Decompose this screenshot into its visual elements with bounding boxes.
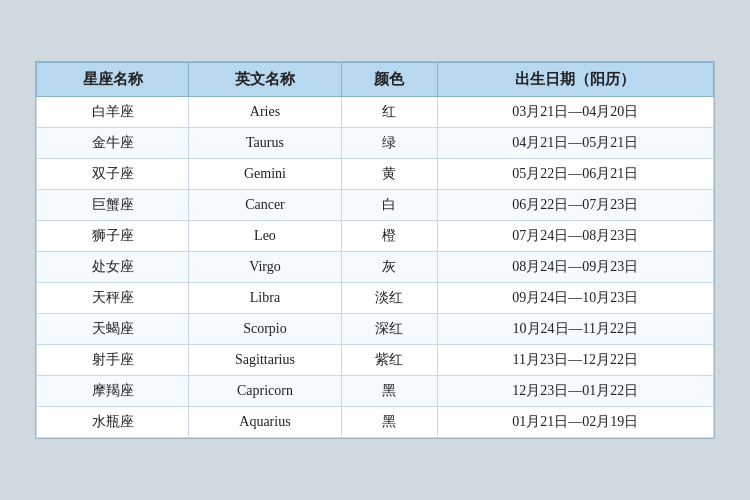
- table-cell: 灰: [341, 252, 437, 283]
- table-cell: 淡红: [341, 283, 437, 314]
- table-cell: 天蝎座: [37, 314, 189, 345]
- table-cell: 白: [341, 190, 437, 221]
- table-cell: Scorpio: [189, 314, 341, 345]
- table-cell: Gemini: [189, 159, 341, 190]
- table-cell: 金牛座: [37, 128, 189, 159]
- table-cell: 红: [341, 97, 437, 128]
- table-cell: 紫红: [341, 345, 437, 376]
- col-header-birthday: 出生日期（阳历）: [437, 63, 713, 97]
- table-cell: 01月21日—02月19日: [437, 407, 713, 438]
- table-cell: 巨蟹座: [37, 190, 189, 221]
- table-cell: Virgo: [189, 252, 341, 283]
- col-header-color: 颜色: [341, 63, 437, 97]
- zodiac-table-container: 星座名称 英文名称 颜色 出生日期（阳历） 白羊座Aries红03月21日—04…: [35, 61, 715, 439]
- table-cell: Aries: [189, 97, 341, 128]
- table-cell: 黑: [341, 407, 437, 438]
- table-cell: Cancer: [189, 190, 341, 221]
- table-row: 狮子座Leo橙07月24日—08月23日: [37, 221, 714, 252]
- table-row: 天蝎座Scorpio深红10月24日—11月22日: [37, 314, 714, 345]
- table-cell: 07月24日—08月23日: [437, 221, 713, 252]
- table-row: 射手座Sagittarius紫红11月23日—12月22日: [37, 345, 714, 376]
- col-header-chinese-name: 星座名称: [37, 63, 189, 97]
- table-cell: 12月23日—01月22日: [437, 376, 713, 407]
- zodiac-table: 星座名称 英文名称 颜色 出生日期（阳历） 白羊座Aries红03月21日—04…: [36, 62, 714, 438]
- table-cell: 03月21日—04月20日: [437, 97, 713, 128]
- table-body: 白羊座Aries红03月21日—04月20日金牛座Taurus绿04月21日—0…: [37, 97, 714, 438]
- table-cell: 06月22日—07月23日: [437, 190, 713, 221]
- table-cell: 08月24日—09月23日: [437, 252, 713, 283]
- col-header-english-name: 英文名称: [189, 63, 341, 97]
- table-cell: Sagittarius: [189, 345, 341, 376]
- table-row: 水瓶座Aquarius黑01月21日—02月19日: [37, 407, 714, 438]
- table-cell: 黑: [341, 376, 437, 407]
- table-cell: 水瓶座: [37, 407, 189, 438]
- table-cell: 黄: [341, 159, 437, 190]
- table-cell: 10月24日—11月22日: [437, 314, 713, 345]
- table-cell: Libra: [189, 283, 341, 314]
- table-cell: 双子座: [37, 159, 189, 190]
- table-cell: 天秤座: [37, 283, 189, 314]
- table-cell: 摩羯座: [37, 376, 189, 407]
- table-row: 处女座Virgo灰08月24日—09月23日: [37, 252, 714, 283]
- table-cell: 深红: [341, 314, 437, 345]
- table-row: 金牛座Taurus绿04月21日—05月21日: [37, 128, 714, 159]
- table-cell: Leo: [189, 221, 341, 252]
- table-cell: 橙: [341, 221, 437, 252]
- table-cell: 白羊座: [37, 97, 189, 128]
- table-cell: 射手座: [37, 345, 189, 376]
- table-cell: Capricorn: [189, 376, 341, 407]
- table-cell: Aquarius: [189, 407, 341, 438]
- table-cell: 05月22日—06月21日: [437, 159, 713, 190]
- table-row: 摩羯座Capricorn黑12月23日—01月22日: [37, 376, 714, 407]
- table-cell: 11月23日—12月22日: [437, 345, 713, 376]
- table-cell: 处女座: [37, 252, 189, 283]
- table-row: 双子座Gemini黄05月22日—06月21日: [37, 159, 714, 190]
- table-cell: 09月24日—10月23日: [437, 283, 713, 314]
- table-cell: 绿: [341, 128, 437, 159]
- table-row: 白羊座Aries红03月21日—04月20日: [37, 97, 714, 128]
- table-row: 天秤座Libra淡红09月24日—10月23日: [37, 283, 714, 314]
- table-cell: 04月21日—05月21日: [437, 128, 713, 159]
- table-header-row: 星座名称 英文名称 颜色 出生日期（阳历）: [37, 63, 714, 97]
- table-cell: 狮子座: [37, 221, 189, 252]
- table-row: 巨蟹座Cancer白06月22日—07月23日: [37, 190, 714, 221]
- table-cell: Taurus: [189, 128, 341, 159]
